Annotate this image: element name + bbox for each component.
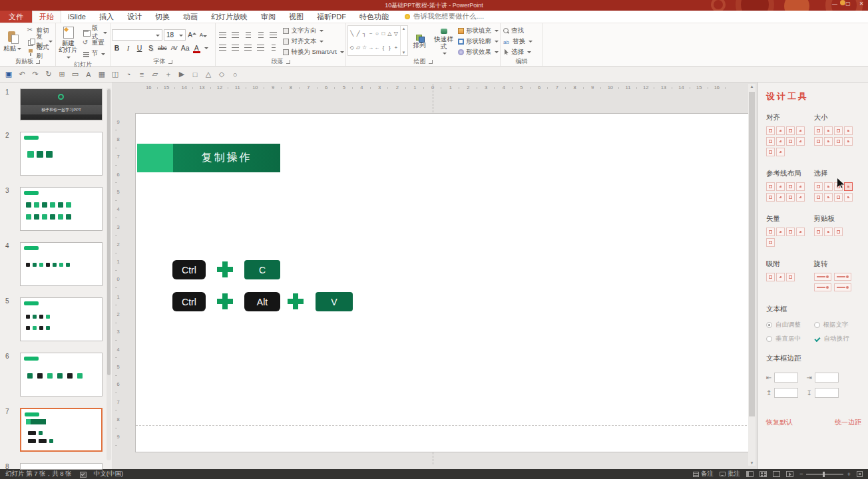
format-painter-button[interactable]: 格式刷 (26, 47, 54, 57)
gallery-up-icon[interactable]: ▲ (402, 27, 406, 31)
guide-rows-icon[interactable] (786, 182, 795, 191)
reading-view-button[interactable] (773, 471, 780, 477)
line2-icon[interactable]: ╱ (357, 31, 360, 37)
key-v-shape[interactable]: V (316, 292, 353, 311)
guide-center-icon[interactable] (766, 193, 775, 202)
option-vertical-center[interactable]: 垂直居中 (766, 335, 814, 343)
rotate-left-icon[interactable] (814, 273, 831, 281)
font-size-combo[interactable]: 18 (164, 29, 186, 41)
circle-shape-icon[interactable]: ○ (230, 71, 240, 79)
margin-bottom-input[interactable] (815, 388, 839, 398)
text-shadow-button[interactable]: S (146, 43, 156, 53)
add-icon[interactable]: + (164, 71, 173, 79)
strikethrough-button[interactable]: abc (157, 43, 168, 53)
underline-button[interactable]: U (134, 43, 144, 53)
rectangle-icon[interactable]: □ (382, 31, 385, 37)
tab-islide[interactable]: iSlide (61, 11, 93, 23)
guide-columns-icon[interactable] (776, 182, 785, 191)
margin-top-input[interactable] (774, 388, 798, 398)
triangle-shape-icon[interactable]: △ (204, 70, 213, 79)
slide-thumbnail-7-selected[interactable]: 7 (20, 408, 103, 452)
zoom-slider[interactable] (806, 474, 843, 475)
chart-icon[interactable]: ◔ (124, 71, 133, 79)
tab-home[interactable]: 开始 (32, 11, 61, 23)
decrease-indent-button[interactable] (242, 30, 254, 41)
guide-grid-icon[interactable] (766, 182, 775, 191)
option-free-adjust[interactable]: 自由调整 (766, 321, 814, 329)
tab-review[interactable]: 审阅 (254, 11, 282, 23)
brace-left-icon[interactable]: { (383, 45, 385, 51)
align-top-icon[interactable] (796, 126, 805, 135)
star-icon[interactable]: ☆ (362, 45, 367, 51)
notes-button[interactable]: 备注 (693, 470, 714, 478)
new-slide-button[interactable]: 新建幻灯片 (57, 25, 79, 61)
parallelogram-icon[interactable]: ▱ (356, 45, 360, 51)
character-spacing-button[interactable]: AV (169, 43, 179, 53)
slideshow-view-button[interactable] (786, 471, 793, 477)
select-pointer-icon[interactable] (844, 182, 853, 191)
distribute-vertical-icon[interactable] (796, 137, 805, 146)
bullets-button[interactable] (217, 30, 228, 41)
align-center-button[interactable] (230, 43, 241, 53)
dialog-launcher-icon[interactable] (36, 60, 40, 64)
title-banner-shape[interactable]: 复制操作 (137, 144, 280, 172)
scroll-up-icon[interactable]: ▲ (748, 84, 756, 88)
tab-special-features[interactable]: 特色功能 (353, 11, 395, 23)
slide-canvas[interactable]: 复制操作 Ctrl C Ctrl Alt V (135, 113, 751, 452)
close-icon[interactable]: ✕ (857, 1, 865, 7)
fit-canvas-icon[interactable] (834, 137, 843, 146)
arrange-button[interactable]: 排列 (410, 25, 430, 57)
tab-foxit-pdf[interactable]: 福昕PDF (310, 11, 353, 23)
zoom-slider-thumb[interactable] (823, 472, 825, 477)
slide-thumbnail-3[interactable]: 3 (20, 187, 103, 231)
diamond-icon[interactable]: ◇ (350, 45, 354, 51)
triangle-icon[interactable]: △ (387, 31, 391, 37)
thumbnail-scrollbar[interactable] (107, 88, 111, 460)
columns-icon[interactable]: ◫ (110, 70, 120, 79)
restore-default-link[interactable]: 恢复默认 (766, 418, 793, 427)
guide-add-icon[interactable] (796, 193, 805, 202)
slide-sorter-view-button[interactable] (760, 471, 767, 477)
comments-button[interactable]: 批注 (720, 470, 740, 478)
align-left-button[interactable] (217, 43, 228, 53)
zoom-in-icon[interactable]: + (847, 470, 851, 478)
play-icon[interactable]: ▶ (177, 70, 186, 79)
align-right-icon[interactable] (786, 126, 795, 135)
new-slide-icon[interactable]: ⊞ (57, 70, 67, 79)
same-height-icon[interactable] (824, 126, 833, 135)
tab-slideshow[interactable]: 幻灯片放映 (204, 11, 254, 23)
align-left-icon[interactable] (766, 126, 775, 135)
dialog-launcher-icon[interactable] (429, 60, 433, 64)
fit-shape-icon[interactable] (844, 137, 853, 146)
plus-shape-icon[interactable]: + (395, 45, 398, 51)
font-name-combo[interactable] (112, 29, 162, 41)
key-ctrl2-shape[interactable]: Ctrl (172, 292, 206, 311)
columns-button[interactable] (268, 43, 279, 53)
triangle-down-icon[interactable]: ▽ (394, 31, 398, 37)
italic-button[interactable]: I (123, 43, 133, 53)
stretch-height-icon[interactable] (824, 137, 833, 146)
bullets-icon[interactable]: ≡ (137, 71, 146, 79)
change-case-button[interactable]: Aa (180, 43, 190, 53)
brace-right-icon[interactable]: } (389, 45, 391, 51)
replace-button[interactable]: 替换 (502, 37, 534, 47)
scroll-down-icon[interactable]: ▼ (748, 461, 756, 465)
fit-to-window-icon[interactable] (857, 471, 863, 477)
select-invert-icon[interactable] (844, 193, 853, 202)
convert-smartart-button[interactable]: 转换为 SmartArt (283, 47, 344, 57)
layout-button[interactable]: 版式 (81, 27, 108, 37)
text-box-icon[interactable]: A (84, 71, 93, 79)
select-image-icon[interactable] (824, 193, 833, 202)
spellcheck-icon[interactable] (80, 471, 86, 477)
shape-fill-button[interactable]: 形状填充 (458, 26, 499, 36)
snap-center-icon[interactable] (776, 273, 785, 281)
guide-margin-icon[interactable] (796, 182, 805, 191)
option-by-text[interactable]: 根据文字 (814, 321, 862, 329)
select-same-outline-icon[interactable] (824, 182, 833, 191)
tab-animations[interactable]: 动画 (176, 11, 204, 23)
key-c-shape[interactable]: C (244, 260, 280, 279)
connector-icon[interactable]: ┐ (363, 31, 367, 37)
language-indicator[interactable]: 中文(中国) (94, 470, 123, 478)
line-icon[interactable]: ╲ (350, 31, 353, 37)
guide-lock-icon[interactable] (786, 193, 795, 202)
